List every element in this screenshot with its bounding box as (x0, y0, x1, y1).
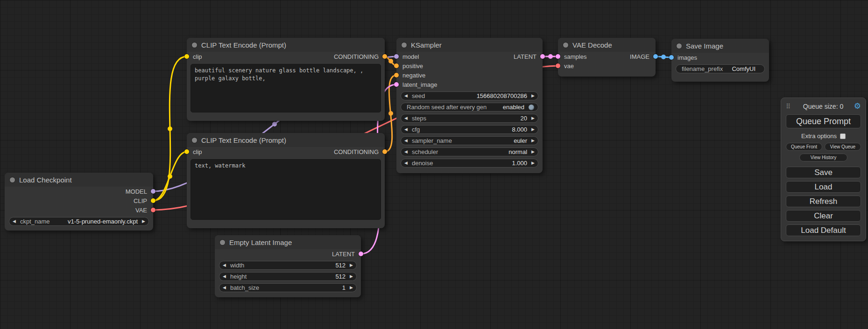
images-input-port[interactable] (669, 55, 674, 60)
widget-name: ckpt_name (20, 218, 50, 225)
node-title-bar[interactable]: KSampler (396, 38, 543, 52)
node-save-image[interactable]: Save Image images filename_prefix ComfyU… (671, 39, 769, 82)
vae-output-port[interactable] (151, 208, 155, 212)
widget-value: ComfyUI (732, 65, 755, 72)
combo-left-arrow-icon[interactable]: ◀ (223, 274, 226, 279)
model-input-port[interactable] (394, 54, 399, 59)
node-empty-latent-image[interactable]: Empty Latent Image LATENT ◀ width 512 ▶ … (215, 235, 361, 297)
positive-input-port[interactable] (394, 63, 399, 68)
queue-panel[interactable]: ⠿ Queue size: 0 ⚙ Queue Prompt Extra opt… (781, 98, 866, 241)
combo-left-arrow-icon[interactable]: ◀ (404, 150, 408, 154)
node-collapse-dot[interactable] (402, 42, 407, 48)
node-collapse-dot[interactable] (677, 43, 682, 49)
combo-right-arrow-icon[interactable]: ▶ (531, 139, 535, 143)
view-queue-button[interactable]: View Queue (825, 143, 861, 151)
widget-name: height (230, 273, 247, 280)
combo-left-arrow-icon[interactable]: ◀ (404, 127, 408, 132)
input-label-samples: samples (564, 53, 586, 60)
view-history-button[interactable]: View History (799, 154, 847, 161)
scheduler-widget[interactable]: ◀ scheduler normal ▶ (401, 147, 538, 156)
combo-right-arrow-icon[interactable]: ▶ (531, 127, 535, 132)
combo-right-arrow-icon[interactable]: ▶ (350, 263, 353, 267)
combo-left-arrow-icon[interactable]: ◀ (404, 139, 408, 143)
batch-size-widget[interactable]: ◀ batch_size 1 ▶ (219, 283, 357, 292)
cfg-widget[interactable]: ◀ cfg 8.000 ▶ (401, 125, 538, 134)
model-output-port[interactable] (151, 189, 155, 194)
slot-row: CLIP (5, 196, 153, 205)
clip-input-port[interactable] (184, 54, 189, 59)
image-output-port[interactable] (653, 54, 658, 59)
node-collapse-dot[interactable] (563, 42, 568, 48)
widget-name: cfg (412, 126, 420, 133)
toggle-dot-icon[interactable] (529, 105, 534, 110)
node-title-bar[interactable]: Empty Latent Image (215, 235, 361, 249)
seed-widget[interactable]: ◀ seed 156680208700286 ▶ (401, 91, 538, 100)
ckpt-name-widget[interactable]: ◀ ckpt_name v1-5-pruned-emaonly.ckpt ▶ (9, 217, 149, 226)
combo-right-arrow-icon[interactable]: ▶ (531, 94, 535, 98)
clear-button[interactable]: Clear (786, 210, 861, 222)
input-label-images: images (677, 54, 697, 61)
combo-right-arrow-icon[interactable]: ▶ (531, 150, 535, 154)
queue-front-button[interactable]: Queue Front (786, 143, 822, 151)
load-default-button[interactable]: Load Default (786, 224, 861, 236)
node-title-bar[interactable]: Load Checkpoint (5, 173, 153, 187)
clip-input-port[interactable] (184, 149, 189, 154)
node-title-bar[interactable]: CLIP Text Encode (Prompt) (187, 133, 385, 147)
filename-prefix-widget[interactable]: filename_prefix ComfyUI (676, 64, 765, 73)
width-widget[interactable]: ◀ width 512 ▶ (219, 261, 357, 270)
input-label-negative: negative (402, 72, 425, 79)
slot-row: model LATENT (396, 52, 543, 61)
combo-right-arrow-icon[interactable]: ▶ (531, 116, 535, 120)
node-load-checkpoint[interactable]: Load Checkpoint MODEL CLIP VAE ◀ ckpt_na… (5, 173, 153, 231)
combo-left-arrow-icon[interactable]: ◀ (404, 94, 408, 98)
load-button[interactable]: Load (786, 181, 861, 193)
settings-gear-icon[interactable]: ⚙ (854, 102, 861, 110)
combo-left-arrow-icon[interactable]: ◀ (13, 219, 16, 224)
combo-left-arrow-icon[interactable]: ◀ (223, 263, 226, 267)
node-collapse-dot[interactable] (10, 177, 15, 182)
widget-value: normal (508, 148, 527, 155)
sampler-name-widget[interactable]: ◀ sampler_name euler ▶ (401, 136, 538, 145)
latent-output-port[interactable] (359, 252, 363, 256)
node-title-bar[interactable]: CLIP Text Encode (Prompt) (187, 38, 385, 52)
node-collapse-dot[interactable] (192, 138, 197, 143)
combo-right-arrow-icon[interactable]: ▶ (142, 219, 145, 224)
positive-prompt-textarea[interactable]: beautiful scenery nature glass bottle la… (191, 64, 381, 112)
height-widget[interactable]: ◀ height 512 ▶ (219, 272, 357, 281)
node-clip-text-encode-positive[interactable]: CLIP Text Encode (Prompt) clip CONDITION… (187, 38, 385, 121)
output-label-model: MODEL (126, 188, 147, 195)
vae-input-port[interactable] (556, 63, 560, 68)
clip-output-port[interactable] (151, 198, 155, 203)
combo-right-arrow-icon[interactable]: ▶ (350, 274, 353, 279)
node-ksampler[interactable]: KSampler model LATENT positive negative … (396, 38, 543, 173)
node-title: CLIP Text Encode (Prompt) (201, 136, 286, 144)
samples-input-port[interactable] (556, 54, 560, 59)
node-collapse-dot[interactable] (220, 240, 225, 245)
conditioning-output-port[interactable] (382, 54, 387, 59)
random-seed-toggle-widget[interactable]: Random seed after every gen enabled (401, 103, 538, 112)
combo-left-arrow-icon[interactable]: ◀ (223, 286, 226, 290)
combo-right-arrow-icon[interactable]: ▶ (350, 286, 353, 290)
save-button[interactable]: Save (786, 167, 861, 178)
node-title-bar[interactable]: Save Image (671, 39, 769, 53)
refresh-button[interactable]: Refresh (786, 196, 861, 207)
drag-handle-icon[interactable]: ⠿ (786, 103, 790, 110)
conditioning-output-port[interactable] (382, 149, 387, 154)
combo-right-arrow-icon[interactable]: ▶ (531, 161, 535, 165)
output-label-vae: VAE (135, 207, 147, 214)
node-clip-text-encode-negative[interactable]: CLIP Text Encode (Prompt) clip CONDITION… (187, 133, 385, 228)
node-vae-decode[interactable]: VAE Decode samples IMAGE vae (558, 38, 656, 77)
node-collapse-dot[interactable] (192, 42, 197, 48)
negative-prompt-textarea[interactable]: text, watermark (191, 159, 381, 220)
queue-prompt-button[interactable]: Queue Prompt (786, 114, 861, 128)
denoise-widget[interactable]: ◀ denoise 1.000 ▶ (401, 159, 538, 168)
combo-left-arrow-icon[interactable]: ◀ (404, 116, 408, 120)
extra-options-checkbox[interactable] (840, 133, 846, 139)
node-title: VAE Decode (572, 41, 612, 49)
negative-input-port[interactable] (394, 73, 399, 77)
node-title-bar[interactable]: VAE Decode (558, 38, 656, 52)
combo-left-arrow-icon[interactable]: ◀ (404, 161, 408, 165)
latent-image-input-port[interactable] (394, 82, 399, 87)
steps-widget[interactable]: ◀ steps 20 ▶ (401, 114, 538, 123)
latent-output-port[interactable] (540, 54, 545, 59)
